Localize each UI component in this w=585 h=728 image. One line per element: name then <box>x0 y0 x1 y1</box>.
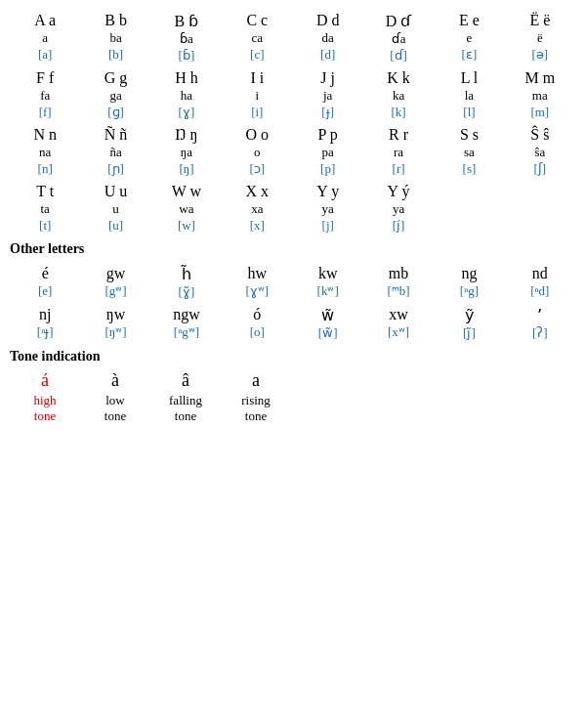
letter-main: K k <box>365 69 432 87</box>
letter-cell: E e e [ɛ] <box>434 8 504 65</box>
letter-cell: M m ma [m] <box>505 65 575 122</box>
letter-cell: O o o [ɔ] <box>222 122 292 179</box>
letter-sound: fa <box>12 88 78 104</box>
letter-ipa: [b] <box>82 47 148 63</box>
tone-cell: a risingtone <box>221 368 291 425</box>
tone-cell: à lowtone <box>80 368 150 425</box>
other-letter-cell: hw [ɣʷ] <box>222 261 292 302</box>
letter-cell: D ɗ ɗa [ɗ] <box>363 8 434 65</box>
tone-label: risingtone <box>223 393 289 423</box>
letter-cell: J j ja [ɟ] <box>293 65 363 122</box>
letter-main: Y ý <box>365 183 432 200</box>
other-letter-cell: mb [ᵐb] <box>363 261 434 302</box>
letter-sound: la <box>436 88 502 104</box>
letter-cell: F f fa [f] <box>10 65 80 122</box>
other-letter-cell: gw [gʷ] <box>80 261 150 302</box>
letter-main: H h <box>153 69 220 87</box>
other-letter-main: nd <box>507 265 573 282</box>
letter-main: J j <box>295 69 361 87</box>
tone-char: a <box>223 370 289 391</box>
letter-ipa: [ɛ] <box>436 47 502 63</box>
letter-cell: B ɓ ɓa [ɓ] <box>151 8 222 65</box>
letter-sound: e <box>436 30 502 46</box>
letter-ipa: [ə] <box>507 47 573 63</box>
letter-main: L l <box>436 69 502 87</box>
letter-main: I i <box>224 69 290 87</box>
letter-main: S s <box>436 126 502 144</box>
other-letter-main: kw <box>295 265 361 282</box>
letter-ipa: [u] <box>82 218 148 234</box>
letter-sound: i <box>224 88 290 104</box>
letter-sound: ka <box>365 88 432 104</box>
other-letter-ipa: [ɣʷ] <box>224 283 290 299</box>
letter-ipa: [m] <box>507 105 573 120</box>
other-letter-ipa: [ᵐb] <box>365 283 432 299</box>
letter-cell: L l la [l] <box>434 65 504 122</box>
other-letter-ipa: [kʷ] <box>295 283 361 299</box>
letter-sound: ë <box>507 30 573 46</box>
letter-main: Ŋ ŋ <box>153 126 220 144</box>
other-letter-main: gw <box>82 265 148 282</box>
letter-main: T t <box>12 183 78 200</box>
tone-char: à <box>82 370 148 391</box>
other-letter-cell: nj [ⁿɟ] <box>10 302 80 343</box>
letter-sound: ña <box>82 145 148 160</box>
tone-label: hightone <box>12 393 78 423</box>
other-letter-ipa: [j̃] <box>436 325 502 341</box>
letter-sound: ca <box>224 30 290 46</box>
letter-main: W w <box>153 183 220 200</box>
tone-cell: â fallingtone <box>150 368 221 425</box>
letter-sound: ma <box>507 88 573 104</box>
other-letter-ipa: [ⁿgʷ] <box>153 324 220 340</box>
letter-cell: Ñ ñ ña [ɲ] <box>80 122 150 179</box>
letter-cell: K k ka [k] <box>363 65 434 122</box>
letter-sound: sa <box>436 145 502 160</box>
letter-main: Y y <box>295 183 361 200</box>
letter-main: E e <box>436 12 502 29</box>
other-letter-ipa: [ʔ] <box>507 325 573 341</box>
letter-sound: ha <box>153 88 220 104</box>
other-letter-main: ng <box>436 265 502 282</box>
letter-main: D ɗ <box>365 12 432 30</box>
letter-ipa: [ɔ] <box>224 161 290 177</box>
letter-cell: Y ý ya [j́] <box>363 179 434 236</box>
letter-sound: ŋa <box>153 145 220 160</box>
letter-sound: ya <box>365 201 432 217</box>
letter-main: P p <box>295 126 361 144</box>
other-letter-ipa: [ⁿd] <box>507 283 573 299</box>
other-letter-main: ʼ <box>507 306 573 324</box>
other-letters-title: Other letters <box>10 241 575 257</box>
letter-ipa: [w] <box>153 218 220 234</box>
letter-main: N n <box>12 126 78 144</box>
other-letter-main: xw <box>365 306 432 323</box>
other-letter-ipa: [e] <box>12 283 78 299</box>
letter-ipa: [ʃ] <box>507 161 573 177</box>
letter-ipa: [c] <box>224 47 290 63</box>
letter-ipa: [ɡ] <box>82 105 148 120</box>
letter-ipa: [ɓ] <box>153 48 220 64</box>
letter-sound: u <box>82 201 148 217</box>
tone-label: lowtone <box>82 393 148 423</box>
other-letter-cell: ng [ⁿg] <box>434 261 504 302</box>
letter-main: F f <box>12 69 78 87</box>
letter-ipa: [t] <box>12 218 78 234</box>
other-letter-ipa: [ⁿɟ] <box>12 324 78 340</box>
letter-cell: S s sa [s] <box>434 122 504 179</box>
letter-main: B b <box>82 12 148 29</box>
letter-sound: ta <box>12 201 78 217</box>
other-letter-cell: ŋw [ŋʷ] <box>80 302 150 343</box>
letter-main: D d <box>295 12 361 29</box>
alphabet-grid: A a a [a] B b ba [b] B ɓ ɓa [ɓ] C c ca [… <box>10 8 575 236</box>
other-letters-grid: é [e] gw [gʷ] h̃ [ɣ̃] hw [ɣʷ] kw [kʷ] mb… <box>10 261 575 343</box>
letter-main: Ñ ñ <box>82 126 148 144</box>
other-letter-cell: ó [o] <box>222 302 292 343</box>
other-letter-cell: kw [kʷ] <box>293 261 363 302</box>
other-letter-main: hw <box>224 265 290 282</box>
alphabet-section: A a a [a] B b ba [b] B ɓ ɓa [ɓ] C c ca [… <box>10 8 575 236</box>
letter-sound: ja <box>295 88 361 104</box>
other-letter-ipa: [ŋʷ] <box>82 324 148 340</box>
other-letter-ipa: [ⁿg] <box>436 283 502 299</box>
letter-cell: C c ca [c] <box>222 8 292 65</box>
letter-ipa: [x] <box>224 218 290 234</box>
letter-main: R r <box>365 126 432 144</box>
